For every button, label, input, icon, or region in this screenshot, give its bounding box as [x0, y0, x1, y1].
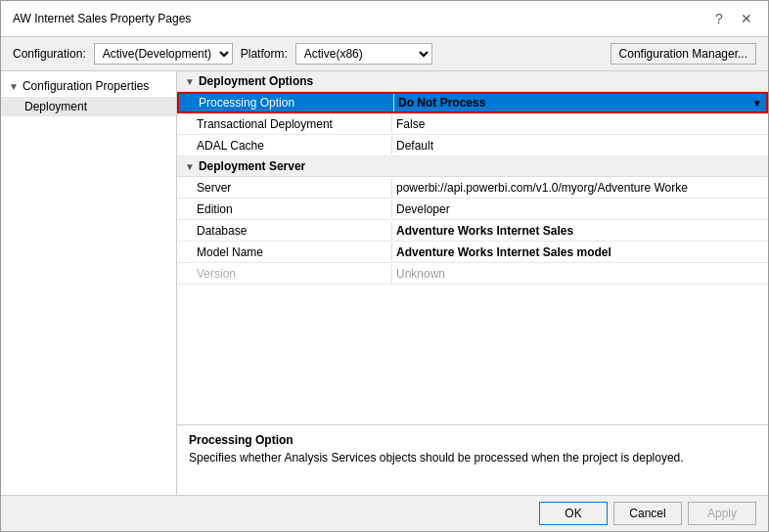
prop-value-server: powerbi://api.powerbi.com/v1.0/myorg/Adv… [392, 179, 768, 197]
help-button[interactable]: ? [709, 9, 729, 28]
section-header-deployment-options: ▼ Deployment Options [177, 71, 768, 92]
prop-value-transactional: False [392, 115, 768, 133]
section-chevron-server-icon: ▼ [185, 161, 195, 172]
sidebar-section-label: Configuration Properties [23, 79, 149, 93]
processing-option-dropdown-btn[interactable]: ▼ [748, 98, 766, 109]
sidebar-item-label: Deployment [24, 100, 87, 113]
prop-row-edition[interactable]: Edition Developer [177, 199, 768, 220]
property-pages-dialog: AW Internet Sales Property Pages ? ✕ Con… [0, 0, 769, 532]
prop-value-version: Unknown [392, 265, 768, 283]
prop-value-model-name: Adventure Works Internet Sales model [392, 244, 768, 261]
platform-select[interactable]: Active(x86) [295, 43, 432, 65]
button-bar: OK Cancel Apply [1, 495, 768, 531]
prop-row-version[interactable]: Version Unknown [177, 263, 768, 285]
dialog-title: AW Internet Sales Property Pages [13, 12, 191, 25]
apply-button[interactable]: Apply [688, 502, 756, 525]
prop-name-database: Database [177, 222, 392, 240]
prop-row-model-name[interactable]: Model Name Adventure Works Internet Sale… [177, 242, 768, 263]
description-title: Processing Option [189, 433, 756, 447]
right-panel: ▼ Deployment Options Processing Option D… [177, 71, 768, 495]
configuration-select[interactable]: Active(Development) [94, 43, 233, 65]
prop-name-model-name: Model Name [177, 244, 392, 261]
prop-row-processing-option[interactable]: Processing Option Do Not Process ▼ [177, 92, 768, 113]
prop-value-container-processing: Do Not Process ▼ [394, 94, 766, 111]
config-label: Configuration: [13, 47, 86, 61]
section-chevron-icon: ▼ [185, 76, 195, 87]
prop-value-edition: Developer [392, 200, 768, 218]
prop-name-edition: Edition [177, 200, 392, 218]
prop-name-version: Version [177, 265, 392, 283]
section-server-label: Deployment Server [199, 159, 305, 173]
prop-name-server: Server [177, 179, 392, 197]
section-header-deployment-server: ▼ Deployment Server [177, 156, 768, 177]
prop-row-adal-cache[interactable]: ADAL Cache Default [177, 135, 768, 156]
prop-name-adal-cache: ADAL Cache [177, 137, 392, 155]
prop-row-transactional-deployment[interactable]: Transactional Deployment False [177, 113, 768, 135]
prop-name-transactional: Transactional Deployment [177, 115, 392, 133]
chevron-icon: ▼ [9, 81, 19, 92]
config-bar: Configuration: Active(Development) Platf… [1, 37, 768, 71]
property-panel: ▼ Deployment Options Processing Option D… [177, 71, 768, 424]
prop-row-server[interactable]: Server powerbi://api.powerbi.com/v1.0/my… [177, 177, 768, 199]
cancel-button[interactable]: Cancel [613, 502, 682, 525]
description-text: Specifies whether Analysis Services obje… [189, 451, 756, 465]
sidebar-item-deployment[interactable]: Deployment [1, 97, 176, 116]
prop-name-processing-option: Processing Option [179, 94, 394, 111]
sidebar-section-config-properties[interactable]: ▼ Configuration Properties [1, 75, 176, 97]
platform-label: Platform: [241, 47, 288, 61]
prop-value-processing-option: Do Not Process [394, 94, 748, 111]
main-content: ▼ Configuration Properties Deployment ▼ … [1, 71, 768, 495]
section-label: Deployment Options [199, 74, 313, 88]
title-bar: AW Internet Sales Property Pages ? ✕ [1, 1, 768, 37]
ok-button[interactable]: OK [539, 502, 608, 525]
close-button[interactable]: ✕ [737, 9, 756, 28]
sidebar: ▼ Configuration Properties Deployment [1, 71, 177, 495]
prop-value-database: Adventure Works Internet Sales [392, 222, 768, 240]
title-controls: ? ✕ [709, 9, 756, 28]
prop-value-adal-cache: Default [392, 137, 768, 155]
description-panel: Processing Option Specifies whether Anal… [177, 424, 768, 495]
config-manager-button[interactable]: Configuration Manager... [611, 43, 756, 65]
prop-row-database[interactable]: Database Adventure Works Internet Sales [177, 220, 768, 242]
